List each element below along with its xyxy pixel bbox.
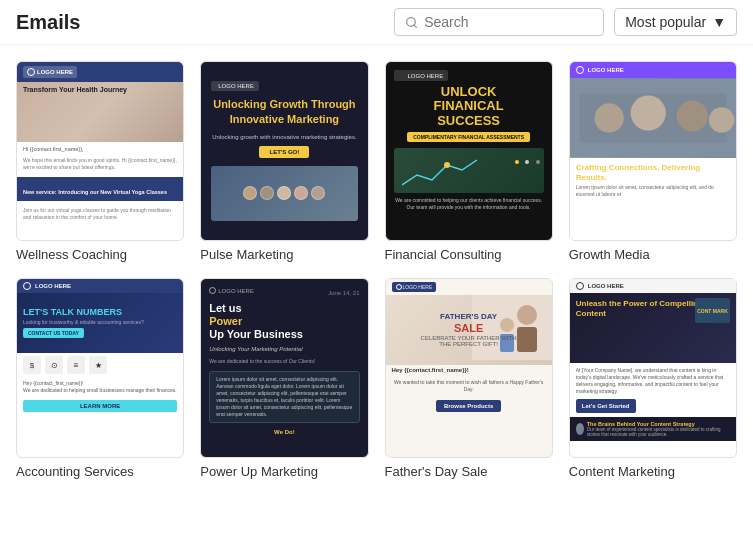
powerup-testimonial: Lorem ipsum dolor sit amet, consectetur … — [209, 371, 359, 423]
pulse-cta: LET'S GO! — [259, 146, 309, 158]
template-label-fathers: Father's Day Sale — [385, 464, 553, 479]
template-card-content[interactable]: LOGO HERE Unleash the Power of Compellin… — [569, 278, 737, 479]
content-body: At [Your Company Name], we understand th… — [570, 363, 736, 417]
dot-2 — [525, 160, 529, 164]
powerup-date: June 14, 21 — [328, 290, 359, 296]
powerup-h1: Let us — [209, 302, 241, 314]
template-label-growth: Growth Media — [569, 247, 737, 262]
icon-star: ★ — [89, 356, 107, 374]
pulse-headline1: Unlocking Growth Through — [213, 98, 355, 110]
growth-title-text: Crafting Connections, Delivering — [576, 163, 700, 172]
financial-badge: COMPLIMENTARY FINANCIAL ASSESSMENTS — [407, 132, 530, 142]
powerup-sub: Unlocking Your Marketing Potential — [209, 346, 359, 352]
search-icon — [405, 16, 418, 29]
svg-point-6 — [630, 96, 665, 131]
person-4 — [294, 186, 308, 200]
icon-dollar: $ — [23, 356, 41, 374]
wellness-greeting: Hi {{contact.first_name}}, — [23, 146, 177, 154]
search-input[interactable] — [424, 14, 593, 30]
card-preview-financial: LOGO HERE UNLOCK FINANICAL SUCCESS COMPL… — [385, 61, 553, 241]
svg-line-1 — [414, 25, 416, 27]
growth-img — [570, 78, 736, 158]
content-footer-bar: The Brains Behind Your Content Strategy … — [570, 417, 736, 441]
financial-logo-text: LOGO HERE — [408, 73, 444, 79]
template-card-wellness[interactable]: LOGO HERE Transform Your Health Journey … — [16, 61, 184, 262]
card-preview-growth: LOGO HERE Crafting Connections, Deliveri… — [569, 61, 737, 241]
template-label-wellness: Wellness Coaching — [16, 247, 184, 262]
template-card-powerup[interactable]: LOGO HERE June 14, 21 Let us Power Up Yo… — [200, 278, 368, 479]
template-card-financial[interactable]: LOGO HERE UNLOCK FINANICAL SUCCESS COMPL… — [385, 61, 553, 262]
svg-point-10 — [517, 305, 537, 325]
person-1 — [243, 186, 257, 200]
financial-img — [394, 148, 544, 193]
template-label-powerup: Power Up Marketing — [200, 464, 368, 479]
svg-rect-11 — [517, 327, 537, 352]
card-preview-powerup: LOGO HERE June 14, 21 Let us Power Up Yo… — [200, 278, 368, 458]
content-headline: Unleash the Power of Compelling Content — [576, 299, 703, 318]
template-label-numbers: Accounting Services — [16, 464, 184, 479]
growth-text: Crafting Connections, Delivering Results… — [570, 158, 736, 203]
card-preview-numbers: LOGO HERE LET'S TALK NUMBERS Looking for… — [16, 278, 184, 458]
card-preview-wellness: LOGO HERE Transform Your Health Journey … — [16, 61, 184, 241]
growth-logo-text: LOGO HERE — [588, 67, 624, 73]
numbers-learn: LEARN MORE — [23, 400, 177, 412]
powerup-logo-text: LOGO HERE — [218, 288, 254, 294]
numbers-cta: CONTACT US TODAY — [23, 328, 84, 338]
template-card-growth[interactable]: LOGO HERE Crafting Connections, Deliveri… — [569, 61, 737, 262]
growth-body: Lorem ipsum dolor sit amet, consectetur … — [576, 184, 730, 198]
numbers-logo-text: LOGO HERE — [35, 283, 71, 289]
fathers-greeting: Hey {{contact.first_name}}! — [386, 365, 552, 375]
template-card-fathers[interactable]: LOGO HERE FATHER'S DAY SALE — [385, 278, 553, 479]
pulse-logo-text: LOGO HERE — [218, 83, 254, 89]
content-person-avatar — [576, 423, 584, 435]
financial-h2: FINANICAL — [434, 98, 504, 113]
wellness-section: New service: Introducing our New Virtual… — [23, 189, 167, 195]
fathers-body: We wanted to take this moment to wish al… — [386, 375, 552, 397]
content-footer-body: Our team of experienced content speciali… — [587, 427, 730, 437]
fathers-logo-text: LOGO HERE — [403, 284, 433, 290]
template-label-content: Content Marketing — [569, 464, 737, 479]
icon-chart: ≡ — [67, 356, 85, 374]
template-label-pulse: Pulse Marketing — [200, 247, 368, 262]
wellness-hero-text: Transform Your Health Journey — [23, 86, 127, 94]
numbers-body: We are dedicated to helping small busine… — [23, 387, 177, 394]
person-5 — [311, 186, 325, 200]
svg-point-8 — [709, 107, 734, 132]
content-hero: Unleash the Power of Compelling Content … — [570, 293, 736, 363]
content-header: LOGO HERE — [570, 279, 736, 293]
financial-body: We are committed to helping our clients … — [394, 197, 544, 211]
numbers-greeting: Hey {{contact_first_name}}! — [23, 380, 177, 387]
pulse-headline2: Innovative Marketing — [230, 113, 339, 125]
fathers-btn: Browse Products — [436, 400, 501, 412]
search-box[interactable] — [394, 8, 604, 36]
template-card-numbers[interactable]: LOGO HERE LET'S TALK NUMBERS Looking for… — [16, 278, 184, 479]
wellness-logo-text: LOGO HERE — [37, 69, 73, 75]
growth-title2: Results. — [576, 173, 607, 182]
sort-dropdown[interactable]: Most popular ▼ — [614, 8, 737, 36]
card-preview-fathers: LOGO HERE FATHER'S DAY SALE — [385, 278, 553, 458]
pulse-team-img — [211, 166, 357, 221]
powerup-logo: LOGO HERE — [209, 287, 254, 294]
powerup-headline: Let us Power Up Your Business — [209, 302, 359, 342]
powerup-h2: Power — [209, 315, 242, 327]
card-preview-pulse: LOGO HERE Unlocking Growth Through Innov… — [200, 61, 368, 241]
template-card-pulse[interactable]: LOGO HERE Unlocking Growth Through Innov… — [200, 61, 368, 262]
fathers-sale-details: CELEBRATE YOUR FATHER WITHTHE PERFECT GI… — [421, 335, 517, 347]
icon-clock: ⊙ — [45, 356, 63, 374]
fathers-logo: LOGO HERE — [392, 282, 437, 292]
financial-h1: UNLOCK — [441, 84, 497, 99]
fathers-sale: SALE — [421, 322, 517, 334]
pulse-sub: Unlocking growth with innovative marketi… — [212, 134, 356, 140]
person-2 — [260, 186, 274, 200]
fathers-hero: FATHER'S DAY SALE CELEBRATE YOUR FATHER … — [386, 295, 552, 365]
svg-point-5 — [594, 103, 623, 132]
fathers-title: FATHER'S DAY — [421, 313, 517, 322]
powerup-h3: Up Your Business — [209, 328, 303, 340]
powerup-footer: We Do! — [209, 429, 359, 435]
top-bar: Emails Most popular ▼ — [0, 0, 753, 45]
numbers-sub: Looking for trustworthy & reliable accou… — [23, 319, 177, 325]
numbers-headline: LET'S TALK NUMBERS — [23, 308, 177, 318]
page-title: Emails — [16, 11, 80, 34]
content-body-text: At [Your Company Name], we understand th… — [576, 367, 730, 395]
fathers-header: LOGO HERE — [386, 279, 552, 295]
